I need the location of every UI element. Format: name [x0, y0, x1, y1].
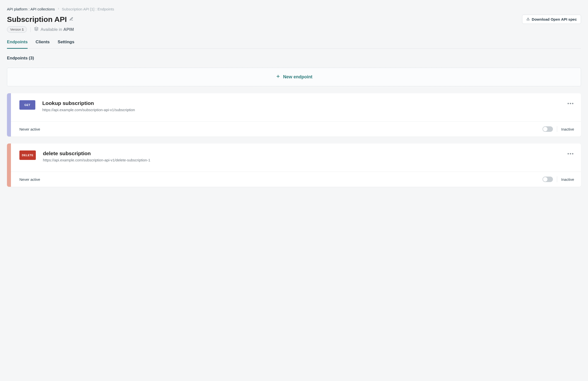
tab-clients[interactable]: Clients: [36, 40, 50, 49]
divider: [557, 176, 557, 182]
more-menu-icon[interactable]: •••: [567, 150, 574, 157]
breadcrumb-current: Subscription API [1] : Endpoints: [62, 7, 114, 11]
method-badge-get: GET: [19, 100, 35, 110]
title-wrap: Subscription API: [7, 15, 73, 24]
version-prefix: Version: [10, 28, 22, 31]
new-endpoint-button[interactable]: New endpoint: [7, 68, 581, 86]
availability-prefix: Available in: [41, 27, 63, 32]
endpoint-url: https://api.example.com/subscription-api…: [43, 158, 560, 162]
endpoint-top: GET Lookup subscription https://api.exam…: [11, 93, 581, 121]
breadcrumb: API platform : API collections Subscript…: [7, 7, 581, 11]
edit-icon[interactable]: [69, 17, 73, 22]
endpoint-name[interactable]: delete subscription: [43, 150, 560, 156]
divider: [30, 27, 31, 32]
tab-endpoints[interactable]: Endpoints: [7, 40, 28, 49]
page-header: Subscription API Download Open API spec: [7, 15, 581, 24]
download-button-label: Download Open API spec: [532, 17, 577, 21]
download-icon: [526, 17, 530, 21]
endpoint-status-group: Inactive: [542, 126, 574, 132]
endpoint-footer: Never active Inactive: [11, 172, 581, 187]
version-number: 1: [22, 28, 24, 31]
version-badge: Version 1: [7, 26, 27, 33]
endpoint-toggle[interactable]: [542, 177, 553, 182]
endpoint-body: DELETE delete subscription https://api.e…: [11, 143, 581, 187]
availability-target: APIM: [63, 27, 74, 32]
endpoint-top: DELETE delete subscription https://api.e…: [11, 143, 581, 172]
endpoint-card: GET Lookup subscription https://api.exam…: [7, 93, 581, 137]
endpoint-info: Lookup subscription https://api.example.…: [42, 100, 560, 112]
download-openapi-button[interactable]: Download Open API spec: [522, 15, 581, 24]
more-menu-icon[interactable]: •••: [567, 100, 574, 106]
endpoint-activity: Never active: [19, 177, 40, 182]
endpoint-stripe: [7, 143, 11, 187]
endpoint-status-group: Inactive: [542, 176, 574, 182]
plus-icon: [276, 74, 281, 80]
method-badge-delete: DELETE: [19, 150, 36, 160]
divider: [557, 126, 557, 132]
chevron-right-icon: [57, 7, 60, 11]
endpoint-body: GET Lookup subscription https://api.exam…: [11, 93, 581, 137]
layers-icon: [34, 27, 39, 32]
endpoint-url: https://api.example.com/subscription-api…: [42, 108, 560, 112]
availability-info: Available in APIM: [34, 27, 74, 32]
section-title: Endpoints (3): [7, 56, 581, 61]
meta-row: Version 1 Available in APIM: [7, 26, 581, 33]
tab-settings[interactable]: Settings: [58, 40, 74, 49]
endpoint-toggle[interactable]: [542, 126, 553, 132]
svg-marker-1: [35, 27, 38, 29]
endpoint-stripe: [7, 93, 11, 137]
endpoint-card: DELETE delete subscription https://api.e…: [7, 143, 581, 187]
endpoint-info: delete subscription https://api.example.…: [43, 150, 560, 162]
page-title: Subscription API: [7, 15, 67, 24]
endpoint-activity: Never active: [19, 127, 40, 131]
endpoint-name[interactable]: Lookup subscription: [42, 100, 560, 106]
endpoint-status-label: Inactive: [561, 177, 574, 182]
endpoint-status-label: Inactive: [561, 127, 574, 131]
breadcrumb-root-link[interactable]: API platform : API collections: [7, 7, 55, 11]
new-endpoint-label: New endpoint: [283, 74, 312, 80]
endpoint-footer: Never active Inactive: [11, 121, 581, 137]
tabs: Endpoints Clients Settings: [7, 40, 581, 49]
